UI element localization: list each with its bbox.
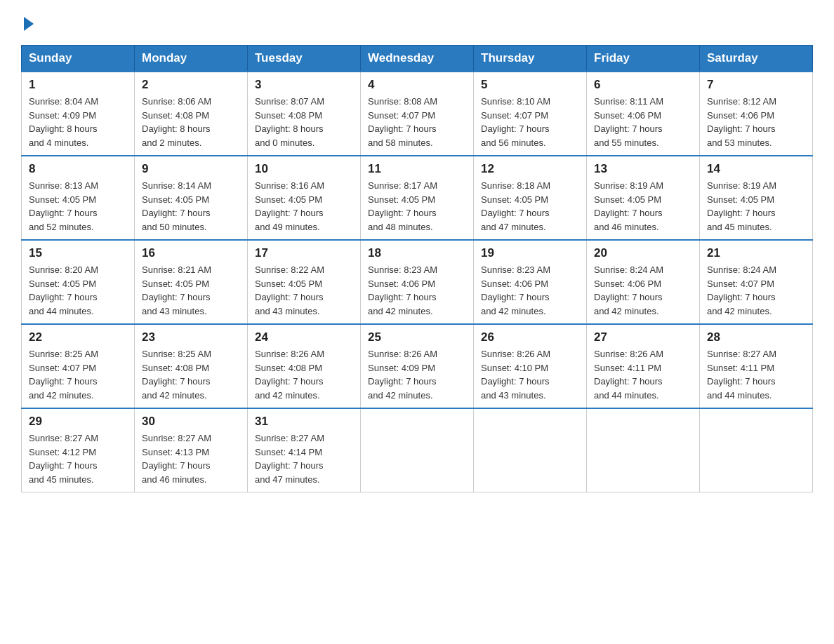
- day-info: Sunrise: 8:24 AMSunset: 4:07 PMDaylight:…: [707, 263, 805, 318]
- calendar-cell: 21Sunrise: 8:24 AMSunset: 4:07 PMDayligh…: [700, 240, 813, 324]
- day-number: 9: [142, 162, 240, 176]
- weekday-header-sunday: Sunday: [22, 46, 135, 72]
- weekday-header-monday: Monday: [135, 46, 248, 72]
- day-number: 14: [707, 162, 805, 176]
- calendar-cell: 30Sunrise: 8:27 AMSunset: 4:13 PMDayligh…: [135, 408, 248, 492]
- calendar-cell: 27Sunrise: 8:26 AMSunset: 4:11 PMDayligh…: [587, 324, 700, 408]
- weekday-header-tuesday: Tuesday: [248, 46, 361, 72]
- day-number: 31: [255, 415, 353, 429]
- day-number: 20: [594, 246, 692, 260]
- day-number: 7: [707, 78, 805, 92]
- calendar-cell: 7Sunrise: 8:12 AMSunset: 4:06 PMDaylight…: [700, 72, 813, 156]
- day-info: Sunrise: 8:11 AMSunset: 4:06 PMDaylight:…: [594, 95, 692, 149]
- day-info: Sunrise: 8:18 AMSunset: 4:05 PMDaylight:…: [481, 179, 579, 234]
- day-number: 19: [481, 246, 579, 260]
- calendar-cell: 24Sunrise: 8:26 AMSunset: 4:08 PMDayligh…: [248, 324, 361, 408]
- calendar-cell: 31Sunrise: 8:27 AMSunset: 4:14 PMDayligh…: [248, 408, 361, 492]
- day-number: 8: [29, 162, 127, 176]
- calendar-cell: 15Sunrise: 8:20 AMSunset: 4:05 PMDayligh…: [22, 240, 135, 324]
- day-number: 3: [255, 78, 353, 92]
- calendar-cell: [700, 408, 813, 492]
- calendar-cell: 22Sunrise: 8:25 AMSunset: 4:07 PMDayligh…: [22, 324, 135, 408]
- day-info: Sunrise: 8:25 AMSunset: 4:07 PMDaylight:…: [29, 347, 127, 402]
- calendar-cell: 16Sunrise: 8:21 AMSunset: 4:05 PMDayligh…: [135, 240, 248, 324]
- calendar-cell: 12Sunrise: 8:18 AMSunset: 4:05 PMDayligh…: [474, 156, 587, 240]
- day-number: 22: [29, 330, 127, 344]
- day-info: Sunrise: 8:06 AMSunset: 4:08 PMDaylight:…: [142, 95, 240, 149]
- day-info: Sunrise: 8:27 AMSunset: 4:14 PMDaylight:…: [255, 431, 353, 486]
- day-number: 29: [29, 415, 127, 429]
- day-number: 25: [368, 330, 466, 344]
- day-number: 4: [368, 78, 466, 92]
- day-info: Sunrise: 8:17 AMSunset: 4:05 PMDaylight:…: [368, 179, 466, 234]
- day-number: 2: [142, 78, 240, 92]
- day-info: Sunrise: 8:04 AMSunset: 4:09 PMDaylight:…: [29, 95, 127, 149]
- calendar-cell: 3Sunrise: 8:07 AMSunset: 4:08 PMDaylight…: [248, 72, 361, 156]
- calendar-cell: 8Sunrise: 8:13 AMSunset: 4:05 PMDaylight…: [22, 156, 135, 240]
- day-info: Sunrise: 8:27 AMSunset: 4:13 PMDaylight:…: [142, 431, 240, 486]
- day-info: Sunrise: 8:21 AMSunset: 4:05 PMDaylight:…: [142, 263, 240, 318]
- calendar-cell: 23Sunrise: 8:25 AMSunset: 4:08 PMDayligh…: [135, 324, 248, 408]
- page-header: [21, 14, 813, 31]
- calendar-cell: 5Sunrise: 8:10 AMSunset: 4:07 PMDaylight…: [474, 72, 587, 156]
- day-number: 26: [481, 330, 579, 344]
- calendar-cell: 2Sunrise: 8:06 AMSunset: 4:08 PMDaylight…: [135, 72, 248, 156]
- day-number: 18: [368, 246, 466, 260]
- day-number: 6: [594, 78, 692, 92]
- calendar-cell: 9Sunrise: 8:14 AMSunset: 4:05 PMDaylight…: [135, 156, 248, 240]
- calendar-cell: 28Sunrise: 8:27 AMSunset: 4:11 PMDayligh…: [700, 324, 813, 408]
- calendar-cell: [474, 408, 587, 492]
- day-info: Sunrise: 8:12 AMSunset: 4:06 PMDaylight:…: [707, 95, 805, 149]
- calendar-cell: 18Sunrise: 8:23 AMSunset: 4:06 PMDayligh…: [361, 240, 474, 324]
- day-number: 16: [142, 246, 240, 260]
- day-info: Sunrise: 8:24 AMSunset: 4:06 PMDaylight:…: [594, 263, 692, 318]
- day-info: Sunrise: 8:25 AMSunset: 4:08 PMDaylight:…: [142, 347, 240, 402]
- calendar-cell: 29Sunrise: 8:27 AMSunset: 4:12 PMDayligh…: [22, 408, 135, 492]
- day-number: 27: [594, 330, 692, 344]
- weekday-header-saturday: Saturday: [700, 46, 813, 72]
- day-info: Sunrise: 8:26 AMSunset: 4:09 PMDaylight:…: [368, 347, 466, 402]
- calendar-cell: 1Sunrise: 8:04 AMSunset: 4:09 PMDaylight…: [22, 72, 135, 156]
- day-number: 15: [29, 246, 127, 260]
- week-row-2: 8Sunrise: 8:13 AMSunset: 4:05 PMDaylight…: [22, 156, 813, 240]
- weekday-header-thursday: Thursday: [474, 46, 587, 72]
- day-info: Sunrise: 8:07 AMSunset: 4:08 PMDaylight:…: [255, 95, 353, 149]
- calendar-cell: [587, 408, 700, 492]
- day-number: 5: [481, 78, 579, 92]
- calendar-cell: 10Sunrise: 8:16 AMSunset: 4:05 PMDayligh…: [248, 156, 361, 240]
- day-info: Sunrise: 8:10 AMSunset: 4:07 PMDaylight:…: [481, 95, 579, 149]
- calendar-cell: 26Sunrise: 8:26 AMSunset: 4:10 PMDayligh…: [474, 324, 587, 408]
- day-number: 17: [255, 246, 353, 260]
- week-row-3: 15Sunrise: 8:20 AMSunset: 4:05 PMDayligh…: [22, 240, 813, 324]
- calendar-cell: 25Sunrise: 8:26 AMSunset: 4:09 PMDayligh…: [361, 324, 474, 408]
- day-info: Sunrise: 8:27 AMSunset: 4:12 PMDaylight:…: [29, 431, 127, 486]
- week-row-4: 22Sunrise: 8:25 AMSunset: 4:07 PMDayligh…: [22, 324, 813, 408]
- day-info: Sunrise: 8:19 AMSunset: 4:05 PMDaylight:…: [707, 179, 805, 234]
- logo: [21, 14, 34, 31]
- day-number: 30: [142, 415, 240, 429]
- day-info: Sunrise: 8:16 AMSunset: 4:05 PMDaylight:…: [255, 179, 353, 234]
- day-number: 11: [368, 162, 466, 176]
- day-info: Sunrise: 8:08 AMSunset: 4:07 PMDaylight:…: [368, 95, 466, 149]
- day-info: Sunrise: 8:23 AMSunset: 4:06 PMDaylight:…: [481, 263, 579, 318]
- day-info: Sunrise: 8:27 AMSunset: 4:11 PMDaylight:…: [707, 347, 805, 402]
- weekday-header-row: SundayMondayTuesdayWednesdayThursdayFrid…: [22, 46, 813, 72]
- calendar-cell: 6Sunrise: 8:11 AMSunset: 4:06 PMDaylight…: [587, 72, 700, 156]
- day-number: 13: [594, 162, 692, 176]
- day-number: 12: [481, 162, 579, 176]
- weekday-header-friday: Friday: [587, 46, 700, 72]
- day-number: 28: [707, 330, 805, 344]
- logo-arrow-icon: [24, 17, 34, 31]
- calendar-cell: 14Sunrise: 8:19 AMSunset: 4:05 PMDayligh…: [700, 156, 813, 240]
- day-info: Sunrise: 8:14 AMSunset: 4:05 PMDaylight:…: [142, 179, 240, 234]
- day-number: 24: [255, 330, 353, 344]
- week-row-5: 29Sunrise: 8:27 AMSunset: 4:12 PMDayligh…: [22, 408, 813, 492]
- day-info: Sunrise: 8:13 AMSunset: 4:05 PMDaylight:…: [29, 179, 127, 234]
- day-info: Sunrise: 8:20 AMSunset: 4:05 PMDaylight:…: [29, 263, 127, 318]
- day-number: 21: [707, 246, 805, 260]
- week-row-1: 1Sunrise: 8:04 AMSunset: 4:09 PMDaylight…: [22, 72, 813, 156]
- day-number: 10: [255, 162, 353, 176]
- day-number: 1: [29, 78, 127, 92]
- day-info: Sunrise: 8:22 AMSunset: 4:05 PMDaylight:…: [255, 263, 353, 318]
- day-info: Sunrise: 8:19 AMSunset: 4:05 PMDaylight:…: [594, 179, 692, 234]
